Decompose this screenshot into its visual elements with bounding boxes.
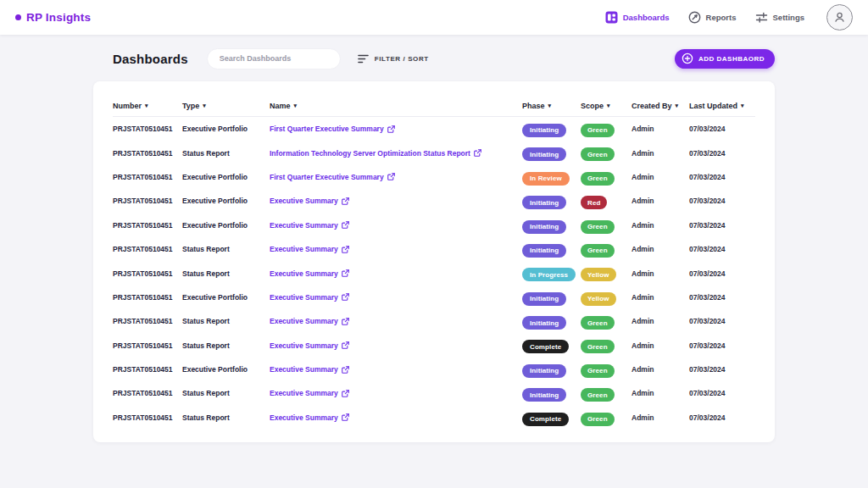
table-row: PRJSTAT0510451 Executive Portfolio Execu… xyxy=(113,358,755,381)
dashboards-grid-icon xyxy=(605,11,618,24)
brand-logo[interactable]: RP Insights xyxy=(15,11,91,24)
phase-badge: Initiating xyxy=(522,364,566,378)
scope-badge: Green xyxy=(581,147,615,161)
phase-badge: Initiating xyxy=(522,124,566,137)
table-row: PRJSTAT0510451 Status Report Executive S… xyxy=(113,381,755,405)
scope-badge: Red xyxy=(581,196,607,209)
column-header-number[interactable]: Number▾ xyxy=(113,102,182,110)
external-link-icon xyxy=(387,173,395,180)
external-link-icon xyxy=(342,341,349,349)
dashboard-name-link[interactable]: Executive Summary xyxy=(270,269,522,278)
dashboard-name-link[interactable]: Information Technology Server Optimizati… xyxy=(270,149,522,158)
dashboard-name-text: Information Technology Server Optimizati… xyxy=(270,149,470,158)
nav-label-settings: Settings xyxy=(773,13,804,22)
cell-type: Executive Portfolio xyxy=(182,293,270,302)
scope-badge: Green xyxy=(581,364,615,378)
table-row: PRJSTAT0510451 Status Report Executive S… xyxy=(113,334,755,358)
user-avatar[interactable] xyxy=(826,4,853,30)
cell-number: PRJSTAT0510451 xyxy=(113,413,182,422)
dashboard-name-link[interactable]: First Quarter Executive Summary xyxy=(270,125,522,133)
column-header-scope[interactable]: Scope▾ xyxy=(581,102,632,110)
cell-number: PRJSTAT0510451 xyxy=(113,125,182,133)
dashboard-name-link[interactable]: Executive Summary xyxy=(270,293,522,302)
column-header-last-updated[interactable]: Last Updated▾ xyxy=(689,102,755,110)
dashboard-name-text: Executive Summary xyxy=(270,245,338,253)
sort-caret-icon: ▾ xyxy=(548,103,552,108)
dashboard-name-text: Executive Summary xyxy=(270,293,338,302)
nav-item-reports[interactable]: Reports xyxy=(688,11,737,24)
dashboard-name-link[interactable]: Executive Summary xyxy=(270,317,522,325)
person-icon xyxy=(832,10,847,25)
scope-badge: Yellow xyxy=(581,268,616,281)
column-header-phase[interactable]: Phase▾ xyxy=(522,102,581,110)
dashboard-name-link[interactable]: First Quarter Executive Summary xyxy=(270,173,522,181)
column-label: Number xyxy=(113,102,142,110)
scope-badge: Green xyxy=(581,220,615,234)
dashboard-name-link[interactable]: Executive Summary xyxy=(270,197,522,205)
search-input[interactable] xyxy=(207,48,341,69)
nav-item-settings[interactable]: Settings xyxy=(755,11,804,24)
external-link-icon xyxy=(342,197,349,205)
scope-badge: Green xyxy=(581,316,615,330)
sort-caret-icon: ▾ xyxy=(203,103,206,108)
dashboard-name-link[interactable]: Executive Summary xyxy=(270,389,522,397)
dashboard-name-link[interactable]: Executive Summary xyxy=(270,413,522,422)
cell-number: PRJSTAT0510451 xyxy=(113,149,182,158)
dashboard-name-link[interactable]: Executive Summary xyxy=(270,341,522,350)
dashboard-name-text: First Quarter Executive Summary xyxy=(270,125,384,133)
table-row: PRJSTAT0510451 Executive Portfolio First… xyxy=(113,117,755,141)
sort-lines-icon xyxy=(358,54,369,64)
phase-badge: Initiating xyxy=(522,196,566,209)
sort-caret-icon: ▾ xyxy=(294,103,298,108)
external-link-icon xyxy=(342,246,349,253)
cell-number: PRJSTAT0510451 xyxy=(113,173,182,181)
dashboard-name-link[interactable]: Executive Summary xyxy=(270,221,522,230)
sort-caret-icon: ▾ xyxy=(676,103,679,108)
table-header-row: Number▾ Type▾ Name▾ Phase▾ Scope▾ Create… xyxy=(113,95,755,117)
dashboard-name-text: Executive Summary xyxy=(270,221,338,230)
column-label: Phase xyxy=(522,102,545,110)
dashboard-name-link[interactable]: Executive Summary xyxy=(270,245,522,253)
phase-badge: Initiating xyxy=(522,292,566,306)
cell-created-by: Admin xyxy=(632,149,689,158)
filter-sort-button[interactable]: FILTER / SORT xyxy=(358,54,429,64)
dashboard-name-text: Executive Summary xyxy=(270,413,338,422)
add-dashboard-button[interactable]: ADD DASHBAORD xyxy=(675,49,775,69)
cell-last-updated: 07/03/2024 xyxy=(689,365,755,374)
column-label: Type xyxy=(182,102,199,110)
primary-nav: Dashboards Reports Settings xyxy=(605,4,853,30)
cell-created-by: Admin xyxy=(632,317,689,325)
table-row: PRJSTAT0510451 Executive Portfolio Execu… xyxy=(113,189,755,213)
nav-label-reports: Reports xyxy=(706,13,737,22)
table-row: PRJSTAT0510451 Executive Portfolio Execu… xyxy=(113,214,755,237)
external-link-icon xyxy=(474,149,481,157)
phase-badge: Complete xyxy=(522,340,569,353)
scope-badge: Green xyxy=(581,413,615,426)
dashboard-name-text: Executive Summary xyxy=(270,197,338,205)
sort-caret-icon: ▾ xyxy=(741,103,744,108)
column-header-type[interactable]: Type▾ xyxy=(182,102,270,110)
cell-type: Status Report xyxy=(182,269,270,278)
column-label: Created By xyxy=(632,102,672,110)
external-link-icon xyxy=(342,366,349,374)
column-header-created-by[interactable]: Created By▾ xyxy=(632,102,689,110)
nav-item-dashboards[interactable]: Dashboards xyxy=(605,11,670,24)
dashboard-name-link[interactable]: Executive Summary xyxy=(270,365,522,374)
column-header-name[interactable]: Name▾ xyxy=(270,102,522,110)
column-label: Name xyxy=(270,102,291,110)
external-link-icon xyxy=(387,125,395,133)
external-link-icon xyxy=(342,293,349,301)
filter-sort-label: FILTER / SORT xyxy=(375,55,429,63)
table-row: PRJSTAT0510451 Status Report Information… xyxy=(113,141,755,164)
cell-created-by: Admin xyxy=(632,341,689,350)
cell-last-updated: 07/03/2024 xyxy=(689,125,755,133)
cell-last-updated: 07/03/2024 xyxy=(689,269,755,278)
cell-last-updated: 07/03/2024 xyxy=(689,245,755,253)
phase-badge: In Progress xyxy=(522,268,576,281)
cell-created-by: Admin xyxy=(632,413,689,422)
cell-type: Executive Portfolio xyxy=(182,197,270,205)
brand-dot-icon xyxy=(15,14,21,20)
add-dashboard-label: ADD DASHBAORD xyxy=(698,55,765,63)
cell-last-updated: 07/03/2024 xyxy=(689,173,755,181)
phase-badge: In Review xyxy=(522,172,570,186)
